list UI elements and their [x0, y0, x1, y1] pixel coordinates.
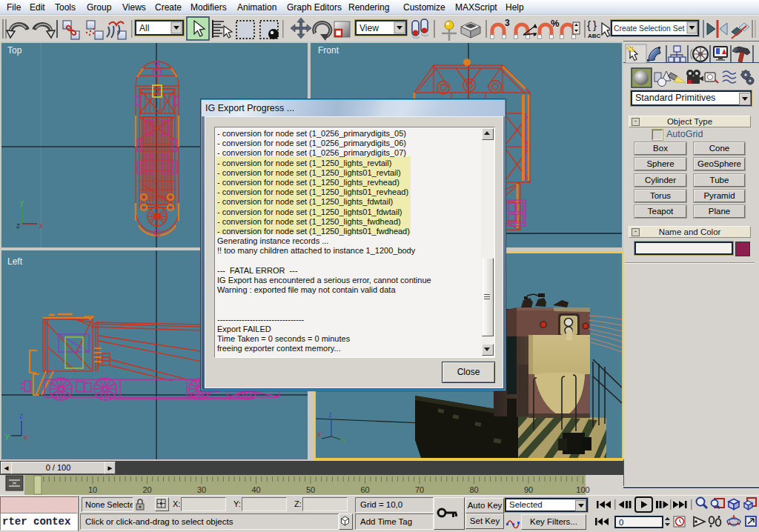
svg-text:x: x: [39, 222, 43, 230]
svg-text:z: z: [19, 412, 23, 420]
svg-text:ABC: ABC: [588, 33, 601, 39]
svg-text:x: x: [24, 433, 27, 442]
svg-text:40: 40: [251, 485, 260, 494]
svg-text:30: 30: [197, 485, 206, 494]
svg-text:y: y: [5, 432, 9, 440]
svg-text:z: z: [328, 410, 332, 419]
svg-text:x: x: [317, 430, 321, 439]
svg-text:100: 100: [576, 485, 589, 494]
svg-text:3: 3: [505, 18, 510, 28]
svg-text:Create Selection Set: Create Selection Set: [614, 24, 684, 33]
svg-text:z: z: [16, 222, 20, 230]
svg-text:y: y: [342, 436, 346, 445]
svg-text:60: 60: [360, 485, 369, 494]
svg-text:View: View: [359, 23, 379, 33]
svg-text:10: 10: [88, 485, 97, 494]
svg-text:{ }: { }: [587, 19, 597, 31]
svg-text:20: 20: [142, 485, 151, 494]
svg-text:0: 0: [619, 518, 623, 527]
svg-text:%: %: [551, 18, 560, 29]
svg-text:70: 70: [415, 485, 424, 494]
svg-text:y: y: [20, 199, 24, 207]
svg-text:50: 50: [306, 485, 315, 494]
svg-text:80: 80: [469, 485, 478, 494]
svg-text:90: 90: [524, 485, 533, 494]
svg-text:All: All: [139, 23, 149, 33]
